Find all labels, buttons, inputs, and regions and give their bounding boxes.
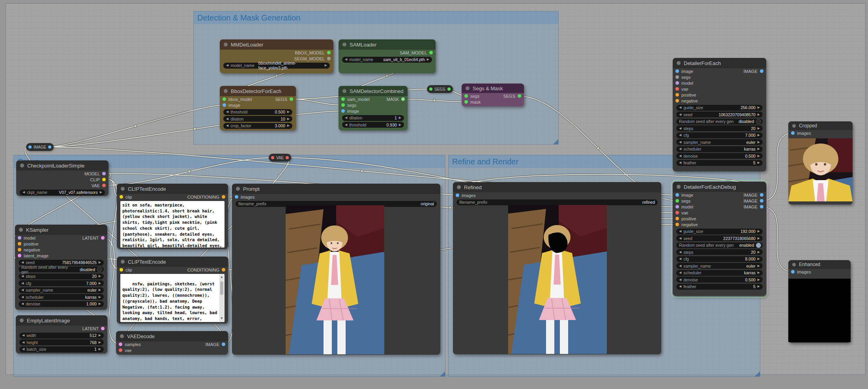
port-dot-icon[interactable] [447,87,451,91]
collapse-dot-icon[interactable] [121,187,125,191]
port-dot-icon[interactable] [235,195,238,199]
widget-feather[interactable]: ◀ feather 5 ▶ [676,284,763,290]
output-port-image-2[interactable]: IMAGE [741,198,766,204]
input-port-mask[interactable]: mask [462,99,524,105]
node-enhanced-preview[interactable]: Enhanced images [788,260,851,343]
node-header[interactable]: CLIPTextEncode [117,184,228,194]
port-dot-icon[interactable] [102,184,106,187]
increment-arrow-icon[interactable]: ▶ [287,110,290,114]
port-dot-icon[interactable] [675,75,679,79]
increment-arrow-icon[interactable]: ▶ [758,161,760,164]
decrement-arrow-icon[interactable]: ◀ [21,288,24,292]
widget-denoise[interactable]: ◀ denoise 0.500 ▶ [676,153,763,159]
increment-arrow-icon[interactable]: ▶ [758,251,760,254]
increment-arrow-icon[interactable]: ▶ [758,141,760,144]
increment-arrow-icon[interactable]: ▶ [325,64,327,67]
widget-sampler-name[interactable]: ◀ sampler_name euler ▶ [676,263,763,269]
port-dot-icon[interactable] [675,211,679,214]
widget-seed[interactable]: ◀ seed 1063220709408570 ▶ [676,112,763,117]
node-header[interactable]: DetailerForEachDebug [673,182,766,192]
increment-arrow-icon[interactable]: ▶ [758,237,760,240]
collapse-dot-icon[interactable] [466,86,470,90]
node-cropped-preview[interactable]: Cropped images [788,121,853,205]
node-detailer-for-each-debug[interactable]: DetailerForEachDebug image segs model va… [673,182,766,296]
increment-arrow-icon[interactable]: ▶ [427,58,429,61]
increment-arrow-icon[interactable]: ▶ [99,261,101,264]
input-port-segs[interactable]: segs [673,74,766,80]
decrement-arrow-icon[interactable]: ◀ [21,302,24,305]
port-dot-icon[interactable] [791,270,795,274]
collapse-dot-icon[interactable] [120,334,124,338]
port-dot-icon[interactable] [101,327,105,330]
collapse-dot-icon[interactable] [224,43,228,47]
widget-scheduler[interactable]: ◀ scheduler karras ▶ [676,270,763,276]
widget-steps[interactable]: ◀ steps 20 ▶ [676,249,763,255]
increment-arrow-icon[interactable]: ▶ [99,275,101,278]
port-dot-icon[interactable] [286,156,289,159]
decrement-arrow-icon[interactable]: ◀ [679,161,681,164]
output-port-model[interactable]: MODEL [16,171,108,177]
widget-sampler-name[interactable]: ◀ sampler_name euler ▶ [676,139,763,145]
scroll-up-icon[interactable]: ▲ [221,274,223,280]
widget-sampler-name[interactable]: ◀ sampler_name euler ▶ [19,287,104,293]
increment-arrow-icon[interactable]: ▶ [99,288,101,292]
input-port-images[interactable]: images [453,192,661,198]
widget-filename-prefix[interactable]: filename_prefix refined [456,199,658,205]
port-dot-icon[interactable] [675,205,679,208]
decrement-arrow-icon[interactable]: ◀ [679,264,681,268]
output-port-conditioning[interactable]: CONDITIONING [185,267,228,273]
output-port-clip[interactable]: CLIP [16,177,108,182]
input-port-negative[interactable]: negative [15,247,107,253]
widget-denoise[interactable]: ◀ denoise 1.000 ▶ [19,301,104,307]
port-dot-icon[interactable] [341,103,345,107]
toggle-knob[interactable] [756,119,761,124]
decrement-arrow-icon[interactable]: ◀ [679,257,681,261]
output-port-sam-model[interactable]: SAM_MODEL [339,50,436,56]
widget-scheduler[interactable]: ◀ scheduler karras ▶ [676,146,763,152]
node-header[interactable]: CLIPTextEncode [117,257,228,267]
group-resize-handle-icon[interactable] [755,371,760,376]
output-port-image-1[interactable]: IMAGE [741,192,766,198]
node-header[interactable]: MMDetLoader [220,39,333,50]
port-dot-icon[interactable] [429,51,433,54]
decrement-arrow-icon[interactable]: ◀ [679,271,681,274]
port-dot-icon[interactable] [401,97,405,101]
increment-arrow-icon[interactable]: ▶ [758,257,760,261]
port-dot-icon[interactable] [222,268,225,272]
node-header[interactable]: Prompt [232,184,440,194]
collapse-dot-icon[interactable] [20,318,24,322]
decrement-arrow-icon[interactable]: ◀ [345,116,347,119]
decrement-arrow-icon[interactable]: ◀ [226,110,228,114]
decrement-arrow-icon[interactable]: ◀ [21,282,24,285]
decrement-arrow-icon[interactable]: ◀ [679,147,681,151]
decrement-arrow-icon[interactable]: ◀ [679,285,681,288]
group-detection-header[interactable]: Detection & Mask Generation [194,11,558,24]
increment-arrow-icon[interactable]: ▶ [758,106,760,109]
input-port-positive[interactable]: positive [15,241,107,247]
increment-arrow-icon[interactable]: ▶ [399,123,401,127]
decrement-arrow-icon[interactable]: ◀ [21,275,24,278]
increment-arrow-icon[interactable]: ▶ [758,154,760,158]
widget-seed[interactable]: ◀ seed 22377318065680 ▶ [676,235,763,241]
toggle-knob[interactable] [756,243,761,248]
widget-feather[interactable]: ◀ feather 5 ▶ [676,160,763,166]
output-port-latent[interactable]: LATENT [16,326,107,331]
node-header[interactable]: Cropped [788,121,853,130]
port-dot-icon[interactable] [675,223,679,226]
increment-arrow-icon[interactable]: ▶ [99,341,101,344]
decrement-arrow-icon[interactable]: ◀ [22,191,25,194]
increment-arrow-icon[interactable]: ▶ [758,230,760,233]
decrement-arrow-icon[interactable]: ◀ [679,113,681,116]
widget-model-name[interactable]: ◀ model_name sam_vit_b_01ec64.pth ▶ [342,57,432,63]
increment-arrow-icon[interactable]: ▶ [100,191,102,194]
port-dot-icon[interactable] [675,99,679,102]
node-empty-latent[interactable]: EmptyLatentImage LATENT ◀ width 512 ▶ ◀ … [16,315,107,354]
port-dot-icon[interactable] [18,242,21,246]
widget-random-seed-toggle[interactable]: Random seed after every gen disabled [19,266,104,272]
reroute-vae[interactable]: VAE [269,154,291,162]
port-dot-icon[interactable] [464,94,468,98]
scroll-down-icon[interactable]: ▼ [221,316,223,322]
port-dot-icon[interactable] [102,178,106,181]
collapse-dot-icon[interactable] [236,187,240,191]
node-header[interactable]: EmptyLatentImage [16,315,107,326]
